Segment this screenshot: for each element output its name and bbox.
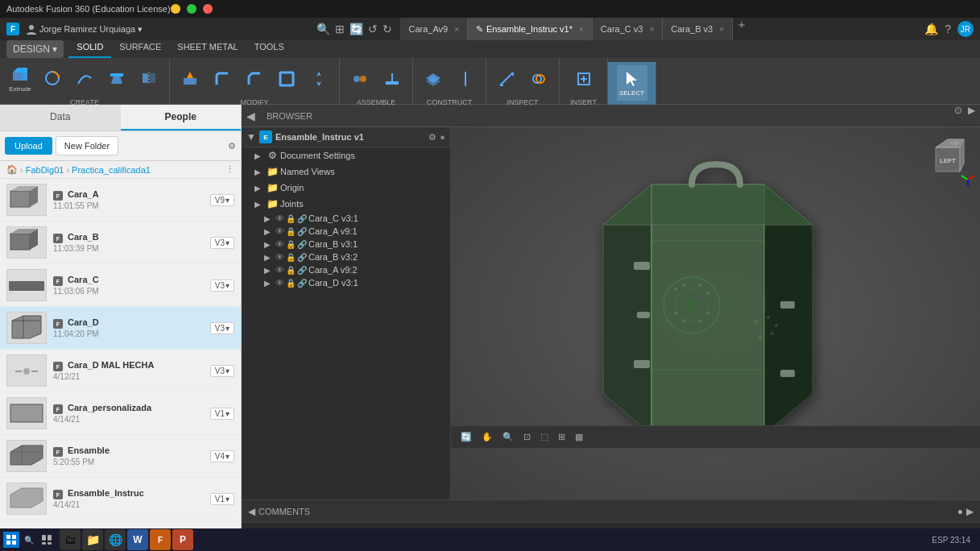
- press-pull-button[interactable]: [175, 61, 205, 97]
- tab-close-icon[interactable]: ×: [454, 25, 459, 34]
- file-version-cara-d-mal[interactable]: V3▾: [210, 365, 234, 377]
- plane-button[interactable]: [418, 61, 449, 97]
- visibility-icon[interactable]: 👁: [275, 265, 284, 275]
- breadcrumb-fabdig01[interactable]: FabDig01: [26, 165, 64, 175]
- taskbar-chrome[interactable]: 🌐: [105, 529, 126, 550]
- visibility-icon[interactable]: 👁: [275, 226, 284, 236]
- browser-item-origin[interactable]: ▶ 📁 Origin: [242, 180, 450, 196]
- file-version-cara-b[interactable]: V3▾: [210, 237, 234, 249]
- minimize-button[interactable]: [171, 4, 180, 14]
- taskview-icon[interactable]: [39, 532, 55, 548]
- pan-icon[interactable]: ✋: [478, 432, 496, 442]
- file-version-ensamble[interactable]: V4▾: [210, 450, 234, 462]
- file-version-cara-c[interactable]: V3▾: [210, 280, 234, 292]
- file-version-cara-d[interactable]: V3▾: [210, 322, 234, 334]
- insert-button[interactable]: [569, 61, 599, 97]
- tab-data[interactable]: Data: [0, 105, 121, 130]
- undo-icon[interactable]: ↺: [368, 23, 378, 35]
- link-icon[interactable]: 🔗: [297, 227, 307, 236]
- tab-surface[interactable]: SURFACE: [111, 40, 169, 58]
- lock-icon[interactable]: 🔒: [286, 279, 296, 288]
- file-item-cara-c[interactable]: F Cara_C 11:03:06 PM V3▾: [0, 264, 241, 307]
- browser-item-cara-d-v31[interactable]: ▶ 👁 🔒 🔗 Cara_D v3:1: [242, 276, 450, 289]
- nav-icon[interactable]: 🔄: [349, 23, 363, 35]
- file-item-cara-a[interactable]: F Cara_A 11:01:55 PM V9▾: [0, 179, 241, 222]
- nav-cube[interactable]: LEFT TOP: [924, 135, 972, 184]
- sidebar-settings-icon[interactable]: ⚙: [228, 141, 236, 151]
- shell-button[interactable]: [271, 61, 302, 97]
- taskbar-fusion[interactable]: F: [150, 529, 171, 550]
- link-icon[interactable]: 🔗: [297, 240, 307, 249]
- orbit-icon[interactable]: 🔄: [457, 432, 475, 442]
- grid-icon[interactable]: ⊞: [335, 23, 345, 35]
- file-item-cara-personalizada[interactable]: F Cara_personalizada 4/14/21 V1▾: [0, 392, 241, 435]
- comments-settings-icon[interactable]: ▶: [966, 506, 974, 517]
- browser-item-cara-a-v91[interactable]: ▶ 👁 🔒 🔗 Cara_A v9:1: [242, 225, 450, 238]
- fillet-button[interactable]: [207, 61, 238, 97]
- expand-icon[interactable]: ⊙: [954, 105, 962, 116]
- zoom-icon[interactable]: 🔍: [499, 432, 517, 442]
- tab-people[interactable]: People: [121, 105, 242, 130]
- visibility-icon[interactable]: 👁: [275, 239, 284, 249]
- canvas-area[interactable]: LEFT TOP 🔄 ✋ 🔍 ⊡ ⬚: [451, 127, 980, 499]
- mirror-button[interactable]: [134, 61, 164, 97]
- lock-icon[interactable]: 🔒: [286, 253, 296, 262]
- tab-cara-av9[interactable]: Cara_Av9 ×: [400, 18, 468, 40]
- file-item-cara-b[interactable]: F Cara_B 11:03:39 PM V3▾: [0, 222, 241, 264]
- visibility-icon[interactable]: 👁: [275, 213, 284, 223]
- taskbar-word[interactable]: W: [127, 529, 148, 550]
- ground-button[interactable]: [377, 61, 407, 97]
- browser-item-cara-b-v31[interactable]: ▶ 👁 🔒 🔗 Cara_B v3:1: [242, 238, 450, 251]
- help-icon[interactable]: ?: [945, 23, 951, 35]
- lock-icon[interactable]: 🔒: [286, 214, 296, 223]
- upload-button[interactable]: Upload: [5, 137, 52, 155]
- tab-solid[interactable]: SOLID: [68, 40, 111, 58]
- browser-item-cara-b-v32[interactable]: ▶ 👁 🔒 🔗 Cara_B v3:2: [242, 251, 450, 263]
- tab-tools[interactable]: TOOLS: [246, 40, 292, 58]
- link-icon[interactable]: 🔗: [297, 253, 307, 262]
- start-button[interactable]: [3, 532, 19, 548]
- link-icon[interactable]: 🔗: [297, 279, 307, 288]
- file-item-ensamble[interactable]: F Ensamble 5:20:55 PM V4▾: [0, 435, 241, 478]
- tab-cara-cv3[interactable]: Cara_C v3 ×: [593, 18, 663, 40]
- design-dropdown[interactable]: DESIGN ▾: [6, 40, 64, 58]
- link-icon[interactable]: 🔗: [297, 266, 307, 275]
- chamfer-button[interactable]: [239, 61, 270, 97]
- lock-icon[interactable]: 🔒: [286, 227, 296, 236]
- new-folder-button[interactable]: New Folder: [56, 136, 118, 155]
- tab-cara-bv3[interactable]: Cara_B v3 ×: [663, 18, 733, 40]
- link-icon[interactable]: 🔗: [297, 214, 307, 223]
- comments-close-icon[interactable]: ●: [957, 506, 963, 517]
- lock-icon[interactable]: 🔒: [286, 240, 296, 249]
- zoom-fit-icon[interactable]: ⊡: [520, 432, 534, 442]
- comments-expand-icon[interactable]: ◀: [248, 506, 255, 517]
- search-taskbar-icon[interactable]: 🔍: [21, 532, 37, 548]
- view-cube-icon[interactable]: ⬚: [537, 432, 552, 442]
- home-icon[interactable]: 🏠: [6, 164, 18, 175]
- file-item-cara-d[interactable]: F Cara_D 11:04:20 PM V3▾: [0, 307, 241, 350]
- breadcrumb-practica[interactable]: Practica_calificada1: [72, 165, 151, 175]
- browser-item-joints[interactable]: ▶ 📁 Joints: [242, 196, 450, 212]
- file-version-ensamble-instruc[interactable]: V1▾: [210, 493, 234, 505]
- select-button[interactable]: SELECT: [617, 65, 647, 101]
- browser-item-cara-c-v31[interactable]: ▶ 👁 🔒 🔗 Cara_C v3:1: [242, 212, 450, 225]
- visibility-icon[interactable]: 👁: [275, 278, 284, 288]
- collapse-icon[interactable]: ▶: [968, 105, 975, 116]
- tab-close-icon[interactable]: ×: [719, 25, 724, 34]
- tab-close-icon[interactable]: ×: [579, 25, 584, 34]
- redo-icon[interactable]: ↻: [382, 23, 392, 35]
- browser-item-named-views[interactable]: ▶ 📁 Named Views: [242, 164, 450, 180]
- file-version-cara-personalizada[interactable]: V1▾: [210, 408, 234, 420]
- grid-settings-icon[interactable]: ⊞: [555, 432, 569, 442]
- browser-label[interactable]: BROWSER: [260, 105, 319, 126]
- visibility-icon[interactable]: 👁: [275, 252, 284, 262]
- user-menu[interactable]: Jorge Ramirez Urquiaga ▾: [26, 23, 143, 35]
- interference-button[interactable]: [523, 61, 554, 97]
- browser-item-doc-settings[interactable]: ▶ ⚙ Document Settings: [242, 147, 450, 164]
- add-tab-icon[interactable]: ＋: [733, 18, 751, 40]
- measure-button[interactable]: [491, 61, 522, 97]
- browser-active-icon[interactable]: ●: [440, 132, 445, 143]
- maximize-button[interactable]: [187, 4, 196, 14]
- file-item-ensamble-instruc[interactable]: F Ensamble_Instruc 4/14/21 V1▾: [0, 478, 241, 520]
- search-icon[interactable]: 🔍: [316, 23, 330, 35]
